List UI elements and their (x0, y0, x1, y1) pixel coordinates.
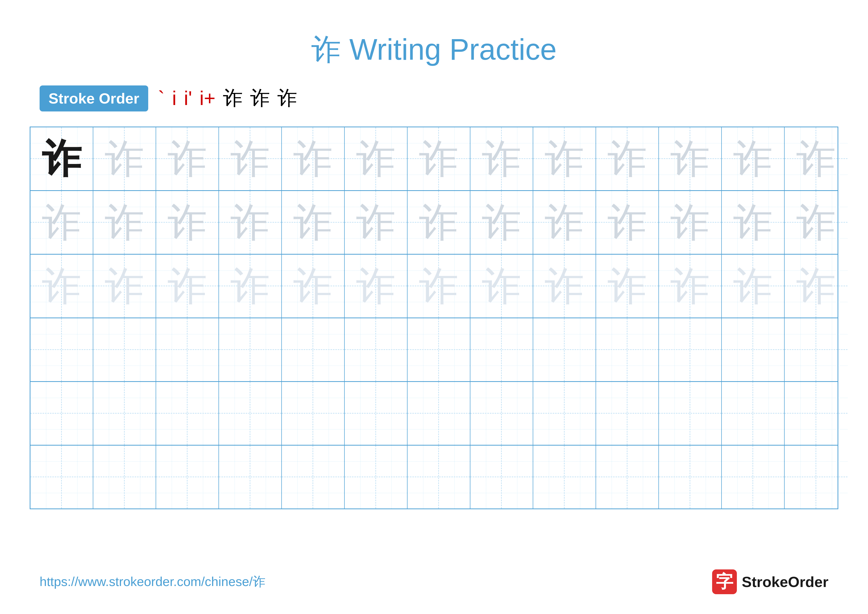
grid-cell (533, 318, 596, 381)
stroke-order-badge: Stroke Order (40, 85, 148, 112)
practice-grid: 诈 诈 诈 诈 诈 诈 诈 诈 (30, 127, 838, 509)
grid-cell: 诈 (219, 191, 282, 254)
footer-url[interactable]: https://www.strokeorder.com/chinese/诈 (40, 573, 265, 591)
stroke-order-section: Stroke Order ` i i' i+ 诈 诈 诈 (0, 85, 868, 112)
grid-cell: 诈 (784, 127, 848, 190)
grid-cell (408, 318, 470, 381)
grid-cell (470, 318, 533, 381)
grid-cell: 诈 (408, 255, 470, 317)
grid-cell: 诈 (470, 255, 533, 317)
grid-cell: 诈 (533, 127, 596, 190)
grid-cell: 诈 (470, 191, 533, 254)
grid-cell (659, 318, 722, 381)
grid-cell: 诈 (722, 127, 784, 190)
grid-cell: 诈 (470, 127, 533, 190)
grid-cell: 诈 (596, 255, 659, 317)
grid-cell (596, 382, 659, 445)
stroke-2: i (172, 87, 177, 110)
grid-cell: 诈 (282, 127, 345, 190)
grid-cell (31, 446, 93, 508)
grid-cell: 诈 (533, 191, 596, 254)
grid-cell (408, 446, 470, 508)
grid-cell (596, 446, 659, 508)
grid-cell (93, 446, 156, 508)
grid-cell (345, 382, 408, 445)
logo-text: StrokeOrder (742, 574, 828, 591)
grid-cell: 诈 (722, 191, 784, 254)
grid-cell (282, 318, 345, 381)
grid-cell: 诈 (596, 127, 659, 190)
stroke-4: i+ (200, 87, 215, 110)
grid-cell (784, 382, 848, 445)
grid-cell (93, 382, 156, 445)
stroke-3: i' (184, 87, 192, 110)
grid-cell (282, 382, 345, 445)
grid-cell (722, 318, 784, 381)
grid-cell (156, 446, 219, 508)
page-title: 诈 Writing Practice (0, 0, 868, 70)
grid-cell: 诈 (93, 127, 156, 190)
grid-cell: 诈 (31, 255, 93, 317)
grid-cell: 诈 (345, 255, 408, 317)
grid-cell: 诈 (533, 255, 596, 317)
grid-cell: 诈 (219, 255, 282, 317)
grid-cell (31, 318, 93, 381)
grid-cell (722, 382, 784, 445)
grid-cell (219, 446, 282, 508)
grid-cell: 诈 (156, 127, 219, 190)
grid-cell (156, 382, 219, 445)
grid-cell (31, 382, 93, 445)
grid-cell (219, 318, 282, 381)
grid-cell: 诈 (784, 191, 848, 254)
grid-cell: 诈 (156, 255, 219, 317)
grid-cell: 诈 (93, 191, 156, 254)
grid-row-2: 诈 诈 诈 诈 诈 诈 诈 诈 (31, 191, 837, 255)
grid-cell: 诈 (722, 255, 784, 317)
grid-cell: 诈 (282, 191, 345, 254)
grid-cell (784, 318, 848, 381)
grid-cell: 诈 (408, 191, 470, 254)
footer: https://www.strokeorder.com/chinese/诈 字 … (40, 569, 828, 594)
grid-cell (470, 446, 533, 508)
stroke-6: 诈 (250, 85, 270, 112)
grid-cell: 诈 (659, 255, 722, 317)
grid-cell (219, 382, 282, 445)
grid-cell (282, 446, 345, 508)
stroke-sequence: ` i i' i+ 诈 诈 诈 (158, 85, 297, 112)
grid-cell: 诈 (31, 191, 93, 254)
stroke-5: 诈 (223, 85, 243, 112)
footer-logo: 字 StrokeOrder (712, 569, 828, 594)
grid-cell (156, 318, 219, 381)
grid-cell (659, 382, 722, 445)
grid-cell (345, 446, 408, 508)
grid-cell (596, 318, 659, 381)
grid-cell: 诈 (596, 191, 659, 254)
grid-cell: 诈 (345, 191, 408, 254)
grid-row-4 (31, 318, 837, 382)
grid-cell: 诈 (659, 191, 722, 254)
grid-row-6 (31, 446, 837, 508)
grid-cell (533, 382, 596, 445)
grid-cell (408, 382, 470, 445)
grid-row-5 (31, 382, 837, 446)
grid-cell: 诈 (156, 191, 219, 254)
grid-row-3: 诈 诈 诈 诈 诈 诈 诈 诈 (31, 255, 837, 318)
grid-cell: 诈 (784, 255, 848, 317)
grid-cell: 诈 (219, 127, 282, 190)
grid-cell: 诈 (345, 127, 408, 190)
grid-cell: 诈 (659, 127, 722, 190)
grid-cell (784, 446, 848, 508)
grid-row-1: 诈 诈 诈 诈 诈 诈 诈 诈 (31, 127, 837, 191)
grid-cell: 诈 (93, 255, 156, 317)
grid-cell: 诈 (31, 127, 93, 190)
stroke-1: ` (158, 87, 165, 110)
grid-cell (345, 318, 408, 381)
grid-cell (533, 446, 596, 508)
grid-cell (722, 446, 784, 508)
grid-cell: 诈 (408, 127, 470, 190)
grid-cell (93, 318, 156, 381)
stroke-7: 诈 (277, 85, 297, 112)
grid-cell: 诈 (282, 255, 345, 317)
grid-cell (470, 382, 533, 445)
logo-icon: 字 (712, 569, 737, 594)
